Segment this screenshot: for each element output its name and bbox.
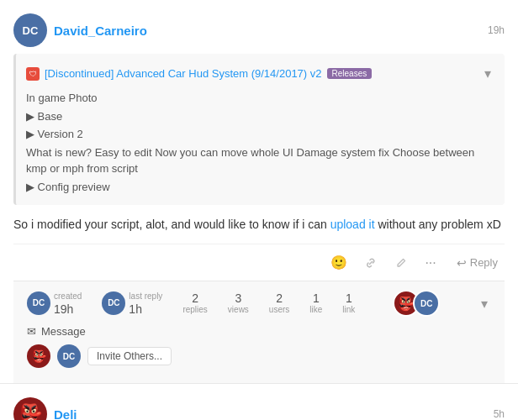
users-val: 2 [276, 291, 283, 305]
meta-like: 1 like [309, 291, 322, 316]
meta-participants-row: 👺 DC Invite Others... [27, 344, 491, 368]
meta-stats-row: DC created 19h DC last reply 1h 2 replie… [27, 290, 491, 317]
like-val: 1 [313, 291, 320, 305]
post-1-body: So i modified your script, alot, and wou… [13, 215, 505, 234]
meta-avatar-david-small: DC [27, 291, 50, 315]
meta-created: DC created 19h [27, 291, 82, 316]
avatar-david: DC [13, 13, 47, 47]
quoted-post: 🛡 [Discontinued] Advanced Car Hud System… [13, 54, 505, 205]
post-1-timestamp: 19h [488, 24, 505, 36]
post-1-header: DC David_Carneiro 19h [13, 13, 505, 47]
link-icon[interactable] [361, 253, 381, 273]
post-2: 👺 Deli 5h Yeah, it's ok. 👌 🙂 ♥ 1 ··· ↩ R… [0, 384, 518, 420]
replies-val: 2 [192, 291, 198, 305]
post-1-username[interactable]: David_Carneiro [54, 24, 147, 38]
quoted-line-3: ▶ Version 2 [26, 126, 494, 143]
avatar-deli: 👺 [13, 397, 47, 420]
post-2-author-row: 👺 Deli [13, 397, 77, 420]
releases-tag: Releases [327, 68, 373, 79]
post-1: DC David_Carneiro 19h 🛡 [Discontinued] A… [0, 0, 518, 384]
last-reply-label: last reply [129, 291, 162, 301]
meta-avatar-reply-small: DC [102, 291, 125, 315]
meta-last-reply: DC last reply 1h [102, 291, 162, 316]
invite-others-button[interactable]: Invite Others... [87, 347, 172, 365]
envelope-icon: ✉ [27, 325, 36, 338]
quoted-content: In game Photo ▶ Base ▶ Version 2 What is… [26, 90, 494, 195]
users-label: users [269, 305, 289, 314]
emoji-icon[interactable]: 🙂 [327, 251, 351, 274]
edit-icon[interactable] [391, 253, 411, 273]
replies-label: replies [182, 305, 207, 314]
quoted-title[interactable]: [Discontinued] Advanced Car Hud System (… [45, 67, 322, 80]
link-label: link [342, 305, 355, 314]
last-reply-val: 1h [129, 302, 162, 316]
participant-deli-small: 👺 [27, 344, 50, 368]
message-label: Message [41, 325, 86, 338]
meta-users: 2 users [269, 291, 289, 316]
upload-link[interactable]: upload it [330, 218, 375, 231]
participant-avatars: 👺 DC [393, 290, 440, 317]
participant-david-small: DC [57, 344, 81, 368]
quoted-line-5: ▶ Config preview [26, 179, 494, 196]
views-label: views [228, 305, 249, 314]
created-val: 19h [54, 302, 82, 316]
post-1-actions: 🙂 ··· ↩ Reply [13, 244, 505, 281]
views-val: 3 [235, 291, 241, 305]
mph-link[interactable]: mph [62, 162, 83, 175]
post-2-username[interactable]: Deli [54, 407, 77, 420]
created-label: created [54, 291, 82, 301]
post-1-reply-button[interactable]: ↩ Reply [450, 253, 505, 273]
like-label: like [309, 305, 322, 314]
quoted-line-2: ▶ Base [26, 108, 494, 125]
participant-avatar-david: DC [413, 290, 440, 317]
quoted-line-1: In game Photo [26, 90, 494, 107]
shield-icon: 🛡 [26, 67, 40, 81]
meta-link: 1 link [342, 291, 355, 316]
link-val: 1 [346, 291, 352, 305]
post-2-header: 👺 Deli 5h [13, 397, 505, 420]
more-icon[interactable]: ··· [421, 252, 439, 274]
meta-replies: 2 replies [182, 291, 207, 316]
quoted-line-4: What is new? Easy to edit Now you can mo… [26, 144, 494, 177]
quoted-collapse-icon[interactable]: ▾ [481, 62, 494, 85]
post-1-author-row: DC David_Carneiro [13, 13, 147, 47]
quoted-title-row: 🛡 [Discontinued] Advanced Car Hud System… [26, 62, 494, 85]
meta-collapse-icon[interactable]: ▾ [478, 292, 491, 315]
meta-message-row: ✉ Message [27, 325, 491, 338]
meta-views: 3 views [228, 291, 249, 316]
post-2-timestamp: 5h [494, 408, 505, 420]
post-1-meta: DC created 19h DC last reply 1h 2 replie… [13, 281, 505, 383]
